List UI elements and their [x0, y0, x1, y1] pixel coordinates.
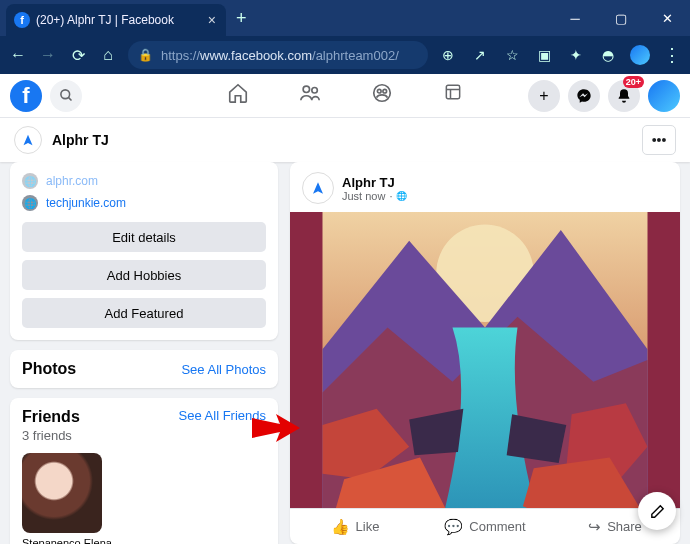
nav-forward-button[interactable]: →: [38, 45, 58, 65]
see-all-friends-link[interactable]: See All Friends: [179, 408, 266, 423]
notifications-badge: 20+: [623, 76, 644, 88]
svg-point-0: [60, 90, 69, 99]
new-tab-button[interactable]: +: [236, 8, 247, 29]
facebook-favicon: f: [14, 12, 30, 28]
post-author-name[interactable]: Alphr TJ: [342, 175, 407, 190]
groups-tab-icon[interactable]: [371, 82, 393, 109]
post-image[interactable]: [290, 212, 680, 508]
feeds-tab-icon[interactable]: [443, 82, 463, 109]
browser-titlebar: f (20+) Alphr TJ | Facebook × + ─ ▢ ✕: [0, 0, 690, 36]
website-link-2[interactable]: 🌐 techjunkie.com: [22, 192, 266, 214]
friends-card: Friends 3 friends See All Friends Stepan…: [10, 398, 278, 544]
audience-public-icon: 🌐: [396, 191, 407, 201]
window-close-button[interactable]: ✕: [644, 0, 690, 36]
pencil-icon: [649, 503, 666, 520]
friend-item[interactable]: Stepanenco Elena: [22, 453, 102, 544]
friends-tab-icon[interactable]: [299, 82, 321, 109]
photos-card: Photos See All Photos: [10, 350, 278, 388]
nav-back-button[interactable]: ←: [8, 45, 28, 65]
globe-icon: 🌐: [22, 195, 38, 211]
edit-details-button[interactable]: Edit details: [22, 222, 266, 252]
intro-card: 🌐 alphr.com 🌐 techjunkie.com Edit detail…: [10, 162, 278, 340]
profile-name: Alphr TJ: [52, 132, 109, 148]
extensions-icon[interactable]: ✦: [566, 45, 586, 65]
profile-content: 🌐 alphr.com 🌐 techjunkie.com Edit detail…: [0, 162, 690, 544]
extension-2-icon[interactable]: ◓: [598, 45, 618, 65]
search-icon: [59, 88, 74, 103]
svg-point-4: [374, 85, 391, 102]
post-timestamp: Just now·🌐: [342, 190, 407, 202]
nav-reload-button[interactable]: ⟳: [68, 45, 88, 65]
facebook-top-nav: f + 20+: [0, 74, 690, 118]
comment-icon: 💬: [444, 518, 463, 536]
account-button[interactable]: [648, 80, 680, 112]
browser-tab[interactable]: f (20+) Alphr TJ | Facebook ×: [6, 4, 226, 36]
search-button[interactable]: [50, 80, 82, 112]
browser-menu-icon[interactable]: ⋮: [662, 45, 682, 65]
share-url-icon[interactable]: ↗: [470, 45, 490, 65]
profile-avatar[interactable]: [14, 126, 42, 154]
translate-icon[interactable]: ⊕: [438, 45, 458, 65]
home-tab-icon[interactable]: [227, 82, 249, 109]
svg-point-6: [383, 89, 387, 93]
svg-rect-7: [446, 85, 459, 98]
svg-point-5: [377, 89, 381, 93]
address-bar[interactable]: 🔒 https://www.facebook.com/alphrteam002/: [128, 41, 428, 69]
svg-point-3: [312, 88, 318, 94]
create-button[interactable]: +: [528, 80, 560, 112]
facebook-logo[interactable]: f: [10, 80, 42, 112]
post-card: Alphr TJ Just now·🌐: [290, 162, 680, 544]
nav-home-button[interactable]: ⌂: [98, 45, 118, 65]
profile-more-button[interactable]: •••: [642, 125, 676, 155]
reader-icon[interactable]: ▣: [534, 45, 554, 65]
post-action-bar: 👍Like 💬Comment ↪Share: [290, 508, 680, 544]
see-all-photos-link[interactable]: See All Photos: [181, 362, 266, 377]
edit-fab-button[interactable]: [638, 492, 676, 530]
globe-icon: 🌐: [22, 173, 38, 189]
like-button[interactable]: 👍Like: [290, 509, 420, 544]
profile-sticky-bar: Alphr TJ •••: [0, 118, 690, 162]
tab-title: (20+) Alphr TJ | Facebook: [36, 13, 202, 27]
friends-title: Friends: [22, 408, 80, 426]
bookmark-icon[interactable]: ☆: [502, 45, 522, 65]
comment-button[interactable]: 💬Comment: [420, 509, 550, 544]
friend-photo: [22, 453, 102, 533]
window-maximize-button[interactable]: ▢: [598, 0, 644, 36]
messenger-button[interactable]: [568, 80, 600, 112]
url-text: https://www.facebook.com/alphrteam002/: [161, 48, 399, 63]
post-author-avatar[interactable]: [302, 172, 334, 204]
share-icon: ↪: [588, 518, 601, 536]
photos-title: Photos: [22, 360, 76, 378]
tab-close-icon[interactable]: ×: [208, 12, 216, 28]
website-link-1[interactable]: 🌐 alphr.com: [22, 170, 266, 192]
notifications-button[interactable]: 20+: [608, 80, 640, 112]
window-minimize-button[interactable]: ─: [552, 0, 598, 36]
friends-count: 3 friends: [22, 428, 80, 443]
add-featured-button[interactable]: Add Featured: [22, 298, 266, 328]
svg-line-1: [68, 97, 71, 100]
browser-toolbar: ← → ⟳ ⌂ 🔒 https://www.facebook.com/alphr…: [0, 36, 690, 74]
add-hobbies-button[interactable]: Add Hobbies: [22, 260, 266, 290]
svg-point-2: [303, 86, 309, 92]
friend-name: Stepanenco Elena: [22, 537, 102, 544]
profile-avatar-icon[interactable]: [630, 45, 650, 65]
like-icon: 👍: [331, 518, 350, 536]
lock-icon: 🔒: [138, 48, 153, 62]
